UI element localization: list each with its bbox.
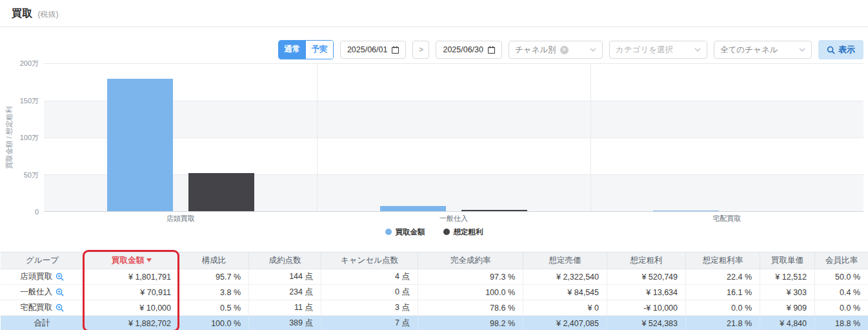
bar-chart: 買取金額 / 想定粗利 200万 150万 100万 50万 0 [0,63,868,239]
calendar-icon [488,46,495,54]
date-range-arrow-button[interactable]: > [412,41,429,59]
y-tick: 150万 [20,96,39,105]
chart-bar-purchase-amount[interactable] [107,79,173,211]
table-row-store: 店頭買取 ¥ 1,801,791 95.7 % 144 点 4 点 97.3 %… [1,269,868,285]
y-tick: 0 [35,208,39,216]
col-header-member-rate[interactable]: 会員比率 [815,253,868,269]
chart-bar-purchase-amount[interactable] [380,206,446,211]
zoom-in-icon[interactable] [56,288,64,296]
col-header-closed-items[interactable]: 成約点数 [249,253,321,269]
category-select[interactable]: カテゴリを選択 [609,41,707,59]
table-row-delivery: 宅配買取 ¥ 10,000 0.5 % 11 点 3 点 78.6 % ¥ 0 … [1,300,868,316]
zoom-in-icon[interactable] [56,273,64,281]
show-button[interactable]: 表示 [818,40,863,59]
col-header-full-close-rate[interactable]: 完全成約率 [418,253,523,269]
table-total-row: 合計 ¥ 1,882,702 100.0 % 389 点 7 点 98.2 % … [1,316,868,330]
legend-dot-icon [443,229,450,235]
col-header-group[interactable]: グループ [1,253,85,269]
y-tick: 100万 [20,133,39,143]
legend-item-estimated-profit[interactable]: 想定粗利 [443,227,483,237]
legend-dot-icon [385,229,392,235]
group-by-value: チャネル別 [515,45,556,56]
y-tick: 50万 [24,170,39,180]
page-title: 買取 [12,8,32,19]
col-header-unit-price[interactable]: 買取単価 [760,253,815,269]
channel-select[interactable]: 全てのチャネル [714,41,812,59]
bar-group-general [317,64,590,211]
mode-toggle: 通常 予実 [278,40,334,59]
filter-toolbar: 通常 予実 2025/06/01 > 2025/06/30 チャネル別 ✕ カテ… [0,40,863,59]
category-placeholder: カテゴリを選択 [616,45,673,56]
date-from-input[interactable]: 2025/06/01 [340,41,407,59]
col-header-composition[interactable]: 構成比 [179,253,249,269]
col-header-cancelled-items[interactable]: キャンセル点数 [321,253,418,269]
bar-group-delivery [590,64,863,211]
col-header-estimated-price[interactable]: 想定売価 [523,253,607,269]
col-header-estimated-profit[interactable]: 想定粗利 [607,253,686,269]
channel-select-value: 全てのチャネル [720,45,778,56]
chart-bar-estimated-profit[interactable] [188,173,254,211]
chevron-down-icon [590,48,596,52]
y-tick: 200万 [20,59,39,68]
legend-item-purchase-amount[interactable]: 買取金額 [385,227,425,237]
chevron-down-icon [799,48,805,52]
zoom-in-icon[interactable] [56,304,64,312]
x-label-general: 一般仕入 [317,214,590,223]
plot-area [44,63,863,212]
col-header-purchase-amount-sorted[interactable]: 買取金額 [85,253,179,269]
page-title-suffix: (税抜) [37,10,58,19]
y-axis-title: 買取金額 / 想定粗利 [5,106,14,169]
bar-group-store [44,64,317,211]
sort-desc-icon [146,255,152,264]
date-to-input[interactable]: 2025/06/30 [436,41,502,59]
group-by-select[interactable]: チャネル別 ✕ [509,41,603,59]
chart-legend: 買取金額 想定粗利 [0,225,868,239]
x-label-store: 店頭買取 [44,214,317,223]
date-to-value: 2025/06/30 [443,45,483,54]
table-header-row: グループ 買取金額 構成比 成約点数 キャンセル点数 完全成約率 想定売価 想定… [1,253,868,269]
mode-plan-actual-button[interactable]: 予実 [306,41,333,59]
mode-normal-button[interactable]: 通常 [279,41,306,59]
x-label-delivery: 宅配買取 [590,214,863,223]
chart-bar-estimated-profit[interactable] [461,210,527,211]
table-row-general: 一般仕入 ¥ 70,911 3.8 % 234 点 0 点 100.0 % ¥ … [1,285,868,300]
page-header: 買取 (税抜) [0,0,868,27]
chart-bar-purchase-amount[interactable] [653,211,719,211]
remove-filter-icon[interactable]: ✕ [560,46,569,54]
show-button-label: 表示 [838,44,855,56]
search-icon [827,46,835,54]
chevron-down-icon [694,48,701,52]
summary-table: グループ 買取金額 構成比 成約点数 キャンセル点数 完全成約率 想定売価 想定… [0,252,868,330]
col-header-estimated-profit-rate[interactable]: 想定粗利率 [686,253,760,269]
calendar-icon [392,46,399,54]
date-from-value: 2025/06/01 [347,45,388,54]
